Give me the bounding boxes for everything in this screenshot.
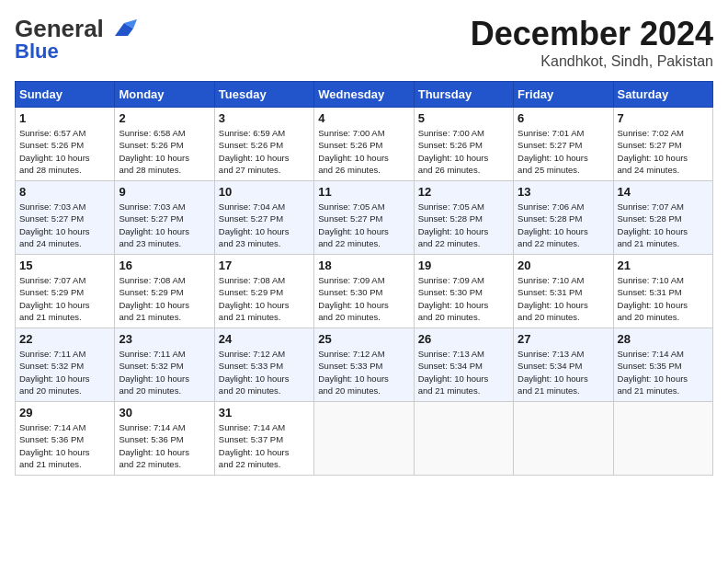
calendar-cell: 9Sunrise: 7:03 AM Sunset: 5:27 PM Daylig… bbox=[115, 181, 214, 255]
day-number: 30 bbox=[119, 406, 210, 419]
title-area: December 2024 Kandhkot, Sindh, Pakistan bbox=[471, 15, 713, 70]
weekday-header-tuesday: Tuesday bbox=[214, 82, 313, 108]
day-detail: Sunrise: 7:13 AM Sunset: 5:34 PM Dayligh… bbox=[418, 348, 509, 396]
calendar-cell: 12Sunrise: 7:05 AM Sunset: 5:28 PM Dayli… bbox=[414, 181, 513, 255]
calendar-cell: 4Sunrise: 7:00 AM Sunset: 5:26 PM Daylig… bbox=[314, 108, 414, 181]
day-number: 31 bbox=[219, 406, 310, 419]
calendar-cell: 11Sunrise: 7:05 AM Sunset: 5:27 PM Dayli… bbox=[314, 181, 414, 255]
day-number: 20 bbox=[518, 259, 609, 272]
day-detail: Sunrise: 7:10 AM Sunset: 5:31 PM Dayligh… bbox=[518, 274, 609, 323]
calendar-cell: 17Sunrise: 7:08 AM Sunset: 5:29 PM Dayli… bbox=[214, 255, 313, 328]
weekday-header-wednesday: Wednesday bbox=[314, 82, 414, 108]
day-number: 13 bbox=[518, 185, 609, 199]
day-detail: Sunrise: 7:12 AM Sunset: 5:33 PM Dayligh… bbox=[318, 348, 409, 396]
day-detail: Sunrise: 6:58 AM Sunset: 5:26 PM Dayligh… bbox=[119, 127, 210, 176]
logo-blue-text: Blue bbox=[15, 40, 59, 63]
day-number: 7 bbox=[618, 111, 709, 125]
day-detail: Sunrise: 7:05 AM Sunset: 5:28 PM Dayligh… bbox=[418, 201, 509, 249]
day-number: 28 bbox=[618, 332, 709, 346]
day-number: 19 bbox=[418, 259, 509, 272]
calendar-cell: 23Sunrise: 7:11 AM Sunset: 5:32 PM Dayli… bbox=[115, 328, 214, 402]
day-detail: Sunrise: 7:14 AM Sunset: 5:36 PM Dayligh… bbox=[19, 421, 110, 470]
day-detail: Sunrise: 7:00 AM Sunset: 5:26 PM Dayligh… bbox=[418, 127, 509, 176]
day-number: 5 bbox=[418, 111, 509, 125]
day-number: 12 bbox=[418, 185, 509, 199]
week-row-4: 22Sunrise: 7:11 AM Sunset: 5:32 PM Dayli… bbox=[16, 328, 713, 402]
day-detail: Sunrise: 6:57 AM Sunset: 5:26 PM Dayligh… bbox=[19, 127, 110, 176]
calendar-cell: 16Sunrise: 7:08 AM Sunset: 5:29 PM Dayli… bbox=[115, 255, 214, 328]
day-number: 27 bbox=[518, 332, 609, 346]
day-detail: Sunrise: 7:08 AM Sunset: 5:29 PM Dayligh… bbox=[219, 274, 310, 323]
calendar-cell bbox=[414, 402, 513, 476]
day-detail: Sunrise: 7:09 AM Sunset: 5:30 PM Dayligh… bbox=[418, 274, 509, 323]
day-number: 18 bbox=[318, 259, 409, 272]
calendar-cell: 6Sunrise: 7:01 AM Sunset: 5:27 PM Daylig… bbox=[514, 108, 613, 181]
calendar-cell: 24Sunrise: 7:12 AM Sunset: 5:33 PM Dayli… bbox=[214, 328, 313, 402]
day-detail: Sunrise: 7:04 AM Sunset: 5:27 PM Dayligh… bbox=[219, 201, 310, 249]
calendar-cell: 7Sunrise: 7:02 AM Sunset: 5:27 PM Daylig… bbox=[613, 108, 712, 181]
day-detail: Sunrise: 7:06 AM Sunset: 5:28 PM Dayligh… bbox=[518, 201, 609, 249]
calendar-cell: 20Sunrise: 7:10 AM Sunset: 5:31 PM Dayli… bbox=[514, 255, 613, 328]
weekday-header-saturday: Saturday bbox=[613, 82, 712, 108]
calendar-cell: 19Sunrise: 7:09 AM Sunset: 5:30 PM Dayli… bbox=[414, 255, 513, 328]
weekday-header-friday: Friday bbox=[514, 82, 613, 108]
day-number: 4 bbox=[318, 111, 409, 125]
calendar-cell: 5Sunrise: 7:00 AM Sunset: 5:26 PM Daylig… bbox=[414, 108, 513, 181]
header: General Blue December 2024 Kandhkot, Sin… bbox=[15, 15, 713, 70]
calendar-cell bbox=[514, 402, 613, 476]
day-detail: Sunrise: 7:11 AM Sunset: 5:32 PM Dayligh… bbox=[119, 348, 210, 396]
calendar-cell: 26Sunrise: 7:13 AM Sunset: 5:34 PM Dayli… bbox=[414, 328, 513, 402]
calendar-cell: 18Sunrise: 7:09 AM Sunset: 5:30 PM Dayli… bbox=[314, 255, 414, 328]
day-number: 16 bbox=[119, 259, 210, 272]
calendar-cell: 30Sunrise: 7:14 AM Sunset: 5:36 PM Dayli… bbox=[115, 402, 214, 476]
day-detail: Sunrise: 7:07 AM Sunset: 5:28 PM Dayligh… bbox=[618, 201, 709, 249]
day-detail: Sunrise: 7:05 AM Sunset: 5:27 PM Dayligh… bbox=[318, 201, 409, 249]
day-number: 29 bbox=[19, 406, 110, 419]
day-detail: Sunrise: 7:08 AM Sunset: 5:29 PM Dayligh… bbox=[119, 274, 210, 323]
day-number: 6 bbox=[518, 111, 609, 125]
day-number: 23 bbox=[119, 332, 210, 346]
day-number: 22 bbox=[19, 332, 110, 346]
day-number: 21 bbox=[618, 259, 709, 272]
day-number: 24 bbox=[219, 332, 310, 346]
weekday-header-row: SundayMondayTuesdayWednesdayThursdayFrid… bbox=[16, 82, 713, 108]
day-number: 10 bbox=[219, 185, 310, 199]
day-number: 11 bbox=[318, 185, 409, 199]
day-detail: Sunrise: 7:11 AM Sunset: 5:32 PM Dayligh… bbox=[19, 348, 110, 396]
calendar-cell: 13Sunrise: 7:06 AM Sunset: 5:28 PM Dayli… bbox=[514, 181, 613, 255]
day-number: 26 bbox=[418, 332, 509, 346]
day-number: 14 bbox=[618, 185, 709, 199]
calendar-cell: 22Sunrise: 7:11 AM Sunset: 5:32 PM Dayli… bbox=[16, 328, 115, 402]
day-number: 17 bbox=[219, 259, 310, 272]
weekday-header-thursday: Thursday bbox=[414, 82, 513, 108]
month-title: December 2024 bbox=[471, 15, 713, 53]
week-row-5: 29Sunrise: 7:14 AM Sunset: 5:36 PM Dayli… bbox=[16, 402, 713, 476]
calendar-cell: 10Sunrise: 7:04 AM Sunset: 5:27 PM Dayli… bbox=[214, 181, 313, 255]
day-detail: Sunrise: 7:01 AM Sunset: 5:27 PM Dayligh… bbox=[518, 127, 609, 176]
day-detail: Sunrise: 7:03 AM Sunset: 5:27 PM Dayligh… bbox=[119, 201, 210, 249]
calendar-cell: 29Sunrise: 7:14 AM Sunset: 5:36 PM Dayli… bbox=[16, 402, 115, 476]
day-detail: Sunrise: 6:59 AM Sunset: 5:26 PM Dayligh… bbox=[219, 127, 310, 176]
day-detail: Sunrise: 7:14 AM Sunset: 5:37 PM Dayligh… bbox=[219, 421, 310, 470]
calendar-cell: 15Sunrise: 7:07 AM Sunset: 5:29 PM Dayli… bbox=[16, 255, 115, 328]
calendar-cell: 1Sunrise: 6:57 AM Sunset: 5:26 PM Daylig… bbox=[16, 108, 115, 181]
calendar-table: SundayMondayTuesdayWednesdayThursdayFrid… bbox=[15, 81, 713, 476]
week-row-3: 15Sunrise: 7:07 AM Sunset: 5:29 PM Dayli… bbox=[16, 255, 713, 328]
day-number: 3 bbox=[219, 111, 310, 125]
day-detail: Sunrise: 7:09 AM Sunset: 5:30 PM Dayligh… bbox=[318, 274, 409, 323]
weekday-header-sunday: Sunday bbox=[16, 82, 115, 108]
day-detail: Sunrise: 7:14 AM Sunset: 5:36 PM Dayligh… bbox=[119, 421, 210, 470]
day-detail: Sunrise: 7:12 AM Sunset: 5:33 PM Dayligh… bbox=[219, 348, 310, 396]
day-detail: Sunrise: 7:02 AM Sunset: 5:27 PM Dayligh… bbox=[618, 127, 709, 176]
calendar-cell: 2Sunrise: 6:58 AM Sunset: 5:26 PM Daylig… bbox=[115, 108, 214, 181]
day-number: 9 bbox=[119, 185, 210, 199]
calendar-cell: 28Sunrise: 7:14 AM Sunset: 5:35 PM Dayli… bbox=[613, 328, 712, 402]
logo: General Blue bbox=[15, 15, 137, 63]
week-row-2: 8Sunrise: 7:03 AM Sunset: 5:27 PM Daylig… bbox=[16, 181, 713, 255]
calendar-cell bbox=[314, 402, 414, 476]
day-number: 25 bbox=[318, 332, 409, 346]
day-detail: Sunrise: 7:07 AM Sunset: 5:29 PM Dayligh… bbox=[19, 274, 110, 323]
day-detail: Sunrise: 7:13 AM Sunset: 5:34 PM Dayligh… bbox=[518, 348, 609, 396]
calendar-cell bbox=[613, 402, 712, 476]
weekday-header-monday: Monday bbox=[115, 82, 214, 108]
